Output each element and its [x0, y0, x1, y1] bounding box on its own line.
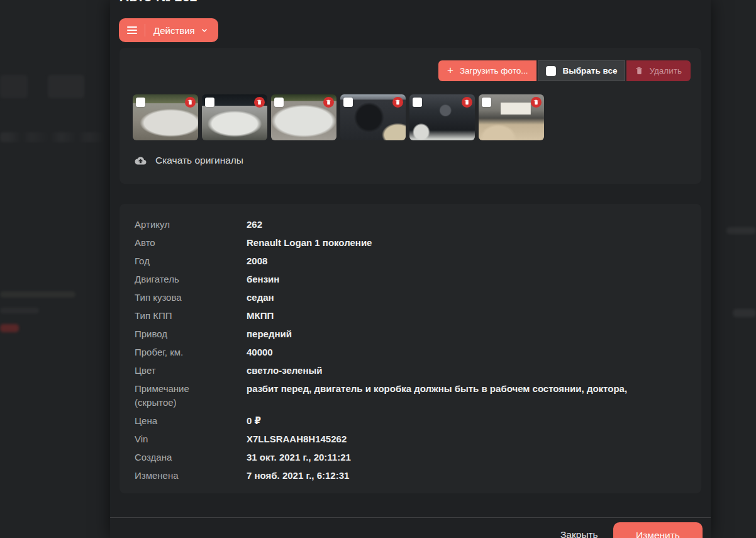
detail-row: Цвет светло-зеленый	[135, 364, 686, 378]
upload-photo-button[interactable]: + Загрузить фото...	[438, 60, 536, 81]
background-text-fragment	[733, 309, 756, 317]
modal-title: Авто № 262	[120, 0, 197, 4]
photo-delete-button[interactable]	[185, 97, 196, 108]
background-button-fragment	[48, 75, 84, 98]
upload-photo-label: Загрузить фото...	[460, 66, 528, 76]
trash-icon	[533, 99, 539, 105]
detail-label: Создана	[135, 451, 247, 464]
cloud-upload-icon	[135, 156, 147, 165]
select-all-label: Выбрать все	[562, 66, 617, 76]
detail-label: Пробег, км.	[135, 345, 247, 359]
trash-icon	[326, 99, 331, 105]
photo-checkbox[interactable]	[136, 98, 145, 107]
detail-row: Примечание (скрытое) разбит перед, двига…	[135, 382, 686, 410]
background-text-fragment	[0, 308, 39, 313]
detail-row: Создана 31 окт. 2021 г., 20:11:21	[135, 451, 686, 464]
photo-checkbox[interactable]	[413, 98, 422, 107]
photo-thumbnail[interactable]	[271, 94, 336, 140]
detail-value: X7LLSRAAH8H145262	[247, 432, 686, 446]
car-details-modal: Авто № 262 Действия + Загрузить фото... …	[110, 0, 711, 538]
trash-icon	[187, 99, 193, 105]
edit-button[interactable]: Изменить	[613, 522, 703, 538]
detail-label: Vin	[135, 432, 247, 446]
chevron-down-icon	[201, 26, 208, 34]
detail-row: Привод передний	[135, 327, 686, 341]
detail-label: Привод	[135, 327, 247, 341]
divider	[145, 24, 145, 36]
photo-thumbnails	[133, 94, 544, 140]
detail-value: МКПП	[247, 309, 686, 323]
detail-row: Двигатель бензин	[135, 272, 686, 286]
background-text-fragment	[726, 227, 756, 234]
photos-card: + Загрузить фото... Выбрать все Удалить	[120, 48, 701, 184]
detail-label: Двигатель	[135, 272, 247, 286]
photo-checkbox[interactable]	[274, 98, 284, 107]
detail-value: бензин	[247, 272, 686, 286]
detail-label: Артикул	[135, 218, 247, 232]
background-red-badge-fragment	[0, 324, 19, 332]
detail-value: седан	[247, 291, 686, 305]
photo-thumbnail[interactable]	[202, 94, 267, 140]
delete-photos-label: Удалить	[649, 66, 682, 76]
detail-label: Изменена	[135, 469, 247, 483]
detail-row: Изменена 7 нояб. 2021 г., 6:12:31	[135, 469, 686, 483]
detail-label: Примечание (скрытое)	[135, 382, 247, 410]
detail-row: Цена 0 ₽	[135, 414, 686, 428]
photo-delete-button[interactable]	[323, 97, 334, 108]
trash-icon	[257, 99, 262, 105]
detail-value: разбит перед, двигатель и коробка должны…	[247, 382, 686, 410]
photo-delete-button[interactable]	[254, 97, 265, 108]
actions-dropdown-button[interactable]: Действия	[119, 18, 218, 42]
detail-row: Vin X7LLSRAAH8H145262	[135, 432, 686, 446]
detail-label: Цена	[135, 414, 247, 428]
trash-icon	[635, 67, 643, 75]
detail-label: Год	[135, 254, 247, 268]
photo-thumbnail[interactable]	[133, 94, 198, 140]
detail-label: Тип кузова	[135, 291, 247, 305]
photo-checkbox[interactable]	[205, 98, 214, 107]
photo-checkbox[interactable]	[482, 98, 491, 107]
detail-value: 2008	[247, 254, 686, 268]
trash-icon	[464, 99, 470, 105]
detail-label: Цвет	[135, 364, 247, 378]
detail-value: передний	[247, 327, 686, 341]
detail-value: 262	[247, 218, 686, 232]
detail-row: Тип КПП МКПП	[135, 309, 686, 323]
photo-thumbnail[interactable]	[340, 94, 406, 140]
details-card: Артикул 262 Авто Renault Logan 1 поколен…	[120, 204, 701, 493]
photo-delete-button[interactable]	[531, 97, 542, 108]
detail-row: Пробег, км. 40000	[135, 345, 686, 359]
photo-delete-button[interactable]	[392, 97, 403, 108]
download-originals-label: Скачать оригиналы	[155, 155, 243, 166]
download-originals-link[interactable]: Скачать оригиналы	[131, 154, 247, 167]
photo-delete-button[interactable]	[462, 97, 472, 108]
detail-value: 7 нояб. 2021 г., 6:12:31	[247, 469, 686, 483]
screen: Авто № 262 Действия + Загрузить фото... …	[0, 0, 756, 538]
detail-row: Год 2008	[135, 254, 686, 268]
background-text-fragment	[0, 132, 111, 142]
photos-toolbar: + Загрузить фото... Выбрать все Удалить	[438, 60, 691, 81]
detail-row: Авто Renault Logan 1 поколение	[135, 236, 686, 250]
detail-value: светло-зеленый	[247, 364, 686, 378]
delete-photos-button[interactable]: Удалить	[626, 60, 691, 81]
menu-icon	[127, 26, 137, 34]
photo-thumbnail[interactable]	[409, 94, 475, 140]
detail-row: Артикул 262	[135, 218, 686, 232]
detail-value: 40000	[247, 345, 686, 359]
trash-icon	[395, 99, 401, 105]
close-button[interactable]: Закрыть	[554, 524, 604, 538]
detail-value: Renault Logan 1 поколение	[247, 236, 686, 250]
footer-divider	[110, 517, 711, 518]
photo-checkbox[interactable]	[343, 98, 353, 107]
select-all-button[interactable]: Выбрать все	[538, 60, 625, 81]
detail-value: 31 окт. 2021 г., 20:11:21	[247, 451, 686, 464]
plus-icon: +	[447, 65, 453, 76]
detail-value: 0 ₽	[247, 414, 686, 428]
detail-label: Тип КПП	[135, 309, 247, 323]
select-all-checkbox[interactable]	[546, 66, 556, 76]
actions-button-label: Действия	[153, 25, 195, 36]
detail-row: Тип кузова седан	[135, 291, 686, 305]
background-button-fragment	[0, 75, 28, 98]
photo-thumbnail[interactable]	[479, 94, 544, 140]
background-text-fragment	[0, 291, 75, 298]
